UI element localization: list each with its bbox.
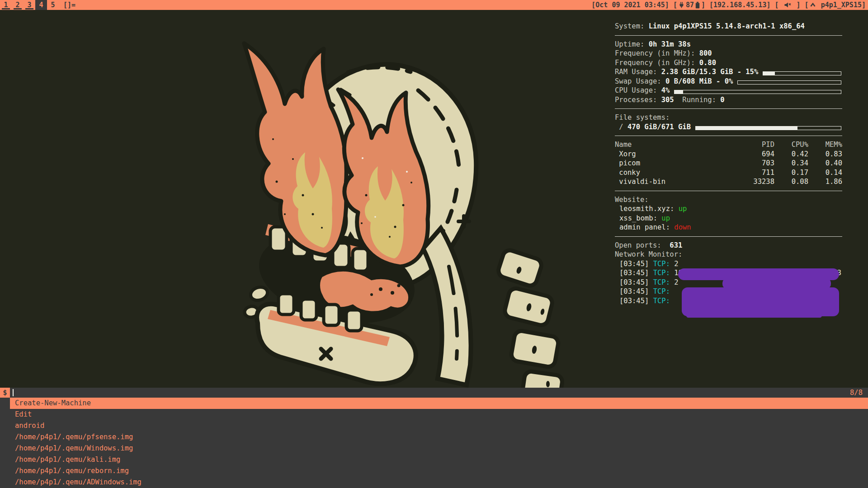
host-segment: [ p4p1_XPS15] (805, 1, 866, 9)
proc-mem: 0.14 (808, 168, 842, 178)
website-status-row: admin panel: down (615, 223, 842, 232)
freq-ghz-line: Frequency (in GHz): 0.80 (615, 58, 842, 68)
net-proto: TCP: (653, 260, 670, 268)
system-value: Linux p4p1XPS15 5.14.8-arch1-1 x86_64 (649, 22, 805, 31)
power-plug-icon (679, 2, 684, 8)
dmenu-item[interactable]: android (0, 420, 868, 432)
col-header-cpu: CPU% (774, 140, 808, 150)
proc-name: Xorg (615, 150, 720, 159)
cpu-line: CPU Usage: 4% (615, 86, 842, 95)
conky-monitor: System: Linux p4p1XPS15 5.14.8-arch1-1 x… (615, 22, 842, 305)
site-name: admin panel: (619, 223, 674, 231)
dmenu-item[interactable]: Edit (0, 409, 868, 420)
workspace-tag-3[interactable]: 3 (24, 0, 35, 10)
ip-address: [192.168.45.13] (709, 1, 770, 9)
ram-line: RAM Usage: 2.38 GiB/15.3 GiB - 15% (615, 67, 842, 77)
layout-indicator[interactable]: []= (59, 0, 80, 10)
net-visible-text: 192.168.45. (670, 269, 721, 277)
divider (615, 236, 842, 237)
tag-label: 5 (51, 1, 55, 9)
network-monitor-title: Network Monitor: (615, 250, 842, 259)
proc-cpu: 0.17 (774, 168, 808, 178)
dmenu-item[interactable]: /home/p4p1/.qemu/reborn.img (0, 465, 868, 477)
root-fs-line: / 470 GiB/671 GiB (615, 122, 842, 132)
net-visible-text: 2 (670, 260, 679, 268)
workspace-tag-2[interactable]: 2 (12, 0, 24, 10)
ram-bar (763, 71, 841, 75)
swap-line: Swap Usage: 0 B/608 MiB - 0% (615, 77, 842, 86)
proc-mem: 0.40 (808, 159, 842, 168)
dmenu-item[interactable]: /home/p4p1/.qemu/kali.img (0, 454, 868, 465)
net-visible-text (670, 297, 674, 305)
net-proto: TCP: (653, 269, 670, 277)
divider (615, 191, 842, 191)
site-status: down (674, 223, 691, 231)
net-time: [03:45] (619, 297, 653, 305)
col-header-mem: MEM% (808, 140, 842, 150)
occupied-indicator (25, 8, 33, 9)
system-line: System: Linux p4p1XPS15 5.14.8-arch1-1 x… (615, 22, 842, 31)
bracket: [ (673, 1, 677, 9)
website-title: Website: (615, 195, 842, 205)
battery-percent: 87 (686, 1, 694, 9)
bracket: [ (774, 1, 783, 9)
tag-label: 4 (39, 1, 43, 9)
bracket: ] (793, 1, 801, 9)
swap-bar (737, 80, 841, 84)
dmenu-item[interactable]: /home/p4p1/.qemu/Windows.img (0, 443, 868, 454)
proc-cpu: 0.08 (774, 177, 808, 187)
website-status-row: leosmith.xyz: up (615, 204, 842, 214)
divider (615, 108, 842, 109)
text-cursor (13, 389, 14, 396)
flaming-skull-art (212, 23, 601, 388)
proc-name: conky (615, 168, 720, 178)
proc-pid: 33238 (720, 177, 774, 187)
net-time: [03:45] (619, 269, 653, 277)
dmenu-input[interactable] (10, 388, 850, 398)
filesystems-title: File systems: (615, 113, 842, 122)
proc-name: picom (615, 159, 720, 168)
net-visible-text (670, 287, 674, 296)
workspace-tag-4[interactable]: 4 (35, 0, 47, 10)
network-monitor-lines: [03:45] TCP: 2 [03:45] TCP: 192.168.45.3… (615, 259, 842, 306)
open-ports-line: Open ports: 631 (615, 241, 842, 250)
uptime-line: Uptime: 0h 31m 38s (615, 40, 842, 49)
dmenu-item[interactable]: /home/p4p1/.qemu/pfsense.img (0, 432, 868, 443)
freq-mhz-line: Frequency (in MHz): 800 (615, 49, 842, 58)
proc-pid: 711 (720, 168, 774, 178)
net-suffix-text: 3 (837, 268, 841, 278)
col-header-pid: PID (720, 140, 774, 150)
proc-mem: 0.83 (808, 150, 842, 159)
dmenu-prompt-row: $ 8/8 (0, 388, 868, 398)
workspace-tag-1[interactable]: 1 (0, 0, 12, 10)
occupied-indicator (14, 8, 22, 9)
bar-spacer (80, 0, 587, 10)
workspace-tag-5[interactable]: 5 (47, 0, 59, 10)
bracket: [ (805, 1, 809, 9)
net-line: [03:45] TCP: 2 (615, 278, 842, 287)
bracket: ] (862, 1, 866, 9)
fs-bar (695, 126, 841, 130)
net-time: [03:45] (619, 278, 653, 286)
net-proto: TCP: (653, 287, 670, 296)
proc-cpu: 0.34 (774, 159, 808, 168)
bracket: ] (701, 1, 705, 9)
proc-pid: 694 (720, 150, 774, 159)
occupied-indicator (2, 8, 10, 9)
speaker-muted-icon (784, 2, 791, 8)
net-line: [03:45] TCP: (615, 287, 842, 296)
cpu-bar (674, 90, 841, 94)
dmenu-item[interactable]: Create-New-Machine (10, 398, 868, 409)
desktop: 1 2 3 4 5 []= [Oct 09 2021 03:45] [87] [… (0, 0, 868, 488)
proc-name: vivaldi-bin (615, 177, 720, 187)
net-line: [03:45] TCP: 2 (615, 259, 842, 269)
clock: [Oct 09 2021 03:45] (591, 1, 669, 9)
site-status: up (679, 205, 687, 213)
proc-mem: 1.86 (808, 177, 842, 187)
hostname: p4p1_XPS15 (817, 1, 862, 9)
website-status-row: xss_bomb: up (615, 214, 842, 223)
dmenu-match-count: 8/8 (850, 389, 868, 397)
dmenu-prompt: $ (0, 388, 10, 398)
site-status: up (661, 214, 670, 222)
dmenu-item[interactable]: /home/p4p1/.qemu/ADWindows.img (0, 477, 868, 488)
